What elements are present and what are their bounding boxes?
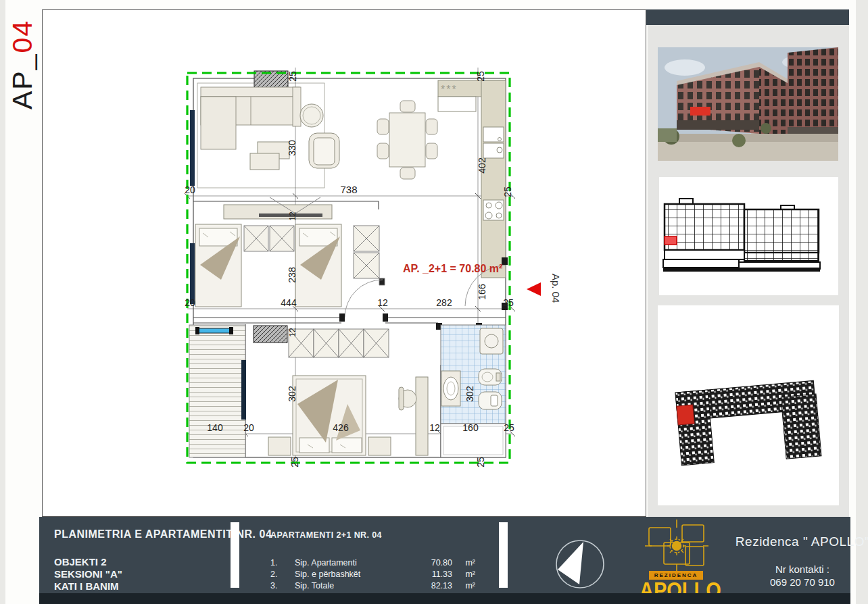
row-number: 3. xyxy=(270,580,295,592)
north-arrow-icon xyxy=(554,538,606,590)
desk xyxy=(416,377,428,455)
marker-label: Ap. 04 xyxy=(550,274,562,303)
dining-set xyxy=(377,101,437,179)
brand-contact: Nr kontakti : 069 20 70 910 xyxy=(715,563,868,588)
dim-20a: 20 xyxy=(185,184,195,195)
row-unit: m² xyxy=(452,580,475,592)
row-unit: m² xyxy=(452,569,475,580)
stove xyxy=(483,200,504,220)
dim-282: 282 xyxy=(436,297,452,308)
dim-25d: 25 xyxy=(503,297,514,308)
coffee-table-2 xyxy=(250,153,279,170)
table-row: 2. Sip. e përbashkët 11.33 m² xyxy=(270,569,475,580)
render-image xyxy=(658,47,838,161)
building-elevation-graphic xyxy=(659,177,838,295)
dim-302a: 302 xyxy=(287,386,297,402)
floor-plan: 738 444 12 282 140 20 426 12 160 25 20 2… xyxy=(172,57,564,476)
elevation-image xyxy=(659,177,838,295)
dim-238: 238 xyxy=(287,267,297,283)
toilet xyxy=(479,392,502,409)
balcony xyxy=(189,325,245,457)
tv-console xyxy=(224,197,332,219)
window-bedroom2 xyxy=(241,360,246,420)
apollo-emblem-icon xyxy=(645,520,708,571)
row-label: Sip. e përbashkët xyxy=(295,569,420,580)
apartment-marker: Ap. 04 xyxy=(527,274,562,303)
building-render-graphic xyxy=(658,47,838,161)
row-label: Sip. Totale xyxy=(295,580,420,592)
balcony-door-glass xyxy=(197,328,231,333)
dim-426: 426 xyxy=(333,422,349,433)
dim-12a: 12 xyxy=(377,297,388,308)
dim-302b: 302 xyxy=(464,386,475,402)
dim-444: 444 xyxy=(281,297,297,308)
footer-bar: PLANIMETRIA E APARTAMENTIT NR. 04 OBJEKT… xyxy=(39,517,850,593)
dim-25c: 25 xyxy=(502,186,513,197)
bidet xyxy=(479,369,502,385)
brand-name: Rezidenca " APOLLO" xyxy=(715,534,868,549)
bed-single-1 xyxy=(195,224,241,307)
washing-machine xyxy=(480,328,503,354)
dim-25g: 25 xyxy=(475,457,486,468)
sink xyxy=(441,371,460,406)
dim-12b: 12 xyxy=(288,211,297,221)
desk-chair xyxy=(399,387,416,410)
marker-arrow-icon xyxy=(527,282,541,296)
row-value: 70.80 xyxy=(420,557,452,569)
nightstand-left xyxy=(268,437,291,455)
wardrobe-bedroom2 xyxy=(289,329,389,357)
sheet-code: AP_04 xyxy=(7,1,38,109)
shaft-column-bottom xyxy=(254,326,287,343)
footer-divider-2 xyxy=(499,522,508,588)
sheet-code-prefix: AP_ xyxy=(7,53,38,110)
dim-12d: 12 xyxy=(288,328,297,337)
dim-330: 330 xyxy=(287,140,297,156)
window-living xyxy=(190,110,195,186)
sofa xyxy=(201,87,301,149)
key-plan-graphic xyxy=(658,305,839,505)
dim-140: 140 xyxy=(207,422,223,433)
row-value: 82.13 xyxy=(420,580,452,592)
bed-double xyxy=(293,376,366,455)
sheet-code-number: 04 xyxy=(7,20,38,53)
row-value: 11.33 xyxy=(420,569,452,580)
contact-phone: 069 20 70 910 xyxy=(715,576,868,588)
footer-divider-1 xyxy=(231,522,239,588)
dim-25f: 25 xyxy=(289,457,300,468)
row-number: 1. xyxy=(270,557,295,569)
dim-25a: 25 xyxy=(287,71,298,82)
dim-20b: 20 xyxy=(185,297,195,308)
armchair xyxy=(309,133,339,168)
table-row: 3. Sip. Totale 82.13 m² xyxy=(270,580,475,592)
footer-object-info: OBJEKTI 2 SEKSIONI "A" KATI I BANIM xyxy=(54,556,122,593)
dim-20c: 20 xyxy=(243,422,254,433)
dim-402: 402 xyxy=(477,157,487,174)
row-unit: m² xyxy=(452,557,475,569)
dim-166: 166 xyxy=(477,284,487,300)
key-plan-image xyxy=(658,305,839,505)
bed-single-2 xyxy=(295,224,341,307)
footer-bottom-strip xyxy=(39,593,850,604)
apartment-area-table: 1. Sip. Apartamenti 70.80 m² 2. Sip. e p… xyxy=(270,557,475,592)
dim-12c: 12 xyxy=(429,422,440,433)
kitchen-stars: *** xyxy=(441,84,458,95)
row-number: 2. xyxy=(270,569,295,580)
dim-160: 160 xyxy=(462,422,479,433)
table-row: 1. Sip. Apartamenti 70.80 m² xyxy=(270,557,475,569)
row-label: Sip. Apartamenti xyxy=(295,557,420,569)
apartment-table-title: APARTAMENTI 2+1 NR. 04 xyxy=(270,530,382,540)
nightstand-right xyxy=(368,437,391,455)
apollo-logo: REZIDENCA APOLLO xyxy=(640,517,714,604)
kitchen xyxy=(438,80,506,278)
area-label: AP. _2+1 = 70.80 m² xyxy=(403,263,502,274)
side-table xyxy=(300,104,323,127)
dim-25b: 25 xyxy=(475,71,486,82)
brand-contact-block: Rezidenca " APOLLO" Nr kontakti : 069 20… xyxy=(715,517,868,593)
window-bedroom1 xyxy=(190,243,195,304)
dim-25e: 25 xyxy=(504,422,514,433)
dim-738: 738 xyxy=(340,184,357,195)
sidebar-panel xyxy=(648,25,849,517)
contact-label: Nr kontakti : xyxy=(715,563,868,576)
